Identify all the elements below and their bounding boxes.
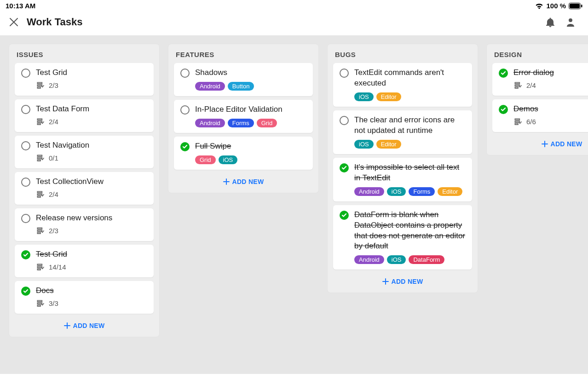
task-card[interactable]: DataForm is blank when DataObject contai…: [333, 205, 472, 270]
column-title: BUGS: [333, 44, 472, 63]
checkmark-icon[interactable]: [21, 287, 30, 296]
user-icon[interactable]: [566, 17, 575, 27]
tag[interactable]: DataForm: [409, 255, 444, 264]
card-body: Test Data Form2/4: [36, 104, 147, 126]
checkmark-icon[interactable]: [21, 250, 30, 259]
subtask-meta: 2/4: [36, 190, 147, 199]
column-title: ISSUES: [15, 44, 154, 63]
status-right: 100 %: [535, 2, 582, 10]
circle-icon[interactable]: [21, 214, 30, 223]
tag[interactable]: Grid: [195, 155, 216, 164]
task-card[interactable]: Test Grid2/3: [15, 63, 154, 96]
card-body: In-Place Editor ValidationAndroidFormsGr…: [195, 104, 306, 127]
circle-icon[interactable]: [21, 141, 30, 150]
subtask-icon: [513, 117, 523, 126]
task-card[interactable]: Test CollectionView2/4: [15, 172, 154, 205]
circle-icon[interactable]: [21, 178, 30, 187]
task-card[interactable]: Docs3/3: [15, 281, 154, 314]
card-title: Test Grid: [36, 249, 147, 260]
add-new-button[interactable]: ADD NEW: [174, 173, 313, 187]
tag-list: AndroidiOSDataForm: [354, 255, 466, 264]
add-new-label: ADD NEW: [232, 178, 264, 185]
tag[interactable]: iOS: [387, 187, 406, 196]
tag[interactable]: iOS: [387, 255, 406, 264]
plus-icon: [542, 141, 548, 147]
add-new-label: ADD NEW: [73, 322, 105, 329]
task-card[interactable]: TextEdit commands aren't executediOSEdit…: [333, 63, 472, 107]
tag[interactable]: iOS: [354, 140, 374, 149]
card-title: Docs: [36, 286, 147, 296]
card-body: TextEdit commands aren't executediOSEdit…: [354, 68, 466, 101]
tag[interactable]: Android: [354, 187, 384, 196]
tag[interactable]: iOS: [219, 155, 238, 164]
column: FEATURESShadowsAndroidButtonIn-Place Edi…: [168, 44, 318, 193]
task-card[interactable]: It's impossible to select all text in Te…: [333, 158, 472, 201]
subtask-count: 2/4: [526, 81, 536, 89]
circle-icon[interactable]: [180, 69, 190, 78]
task-card[interactable]: In-Place Editor ValidationAndroidFormsGr…: [174, 100, 313, 133]
task-card[interactable]: Test Navigation0/1: [15, 136, 154, 168]
subtask-count: 14/14: [49, 263, 66, 271]
card-title: DataForm is blank when DataObject contai…: [354, 210, 466, 252]
page-title: Work Tasks: [27, 16, 82, 28]
subtask-count: 6/6: [526, 118, 536, 126]
tag[interactable]: iOS: [354, 92, 374, 101]
subtask-icon: [513, 81, 523, 90]
task-card[interactable]: Test Data Form2/4: [15, 99, 154, 132]
add-new-button[interactable]: ADD NEW: [492, 136, 588, 149]
card-title: Test Data Form: [36, 104, 147, 115]
subtask-icon: [36, 226, 45, 235]
tag[interactable]: Editor: [376, 140, 401, 149]
tag[interactable]: Editor: [376, 92, 401, 101]
task-card[interactable]: Full SwipeGridiOS: [174, 137, 313, 170]
tag[interactable]: Forms: [409, 187, 435, 196]
card-body: Docs3/3: [36, 286, 147, 308]
tag[interactable]: Android: [195, 82, 225, 91]
add-new-button[interactable]: ADD NEW: [333, 273, 472, 287]
battery-icon: [569, 3, 582, 9]
tag[interactable]: Grid: [257, 119, 277, 127]
checkmark-icon[interactable]: [180, 142, 190, 151]
checkmark-icon[interactable]: [340, 163, 349, 172]
checkmark-icon[interactable]: [499, 105, 508, 114]
column: BUGSTextEdit commands aren't executediOS…: [328, 44, 478, 293]
circle-icon[interactable]: [340, 69, 349, 78]
svg-point-3: [569, 18, 572, 22]
tag[interactable]: Forms: [228, 119, 254, 127]
tag[interactable]: Android: [354, 255, 384, 264]
task-card[interactable]: Demos6/6: [492, 99, 588, 132]
close-icon[interactable]: [9, 17, 18, 27]
subtask-icon: [36, 154, 45, 163]
subtask-count: 2/4: [49, 190, 58, 198]
subtask-icon: [36, 263, 45, 272]
add-new-button[interactable]: ADD NEW: [15, 317, 154, 331]
circle-icon[interactable]: [21, 69, 30, 78]
circle-icon[interactable]: [21, 105, 30, 114]
svg-rect-2: [581, 5, 582, 7]
subtask-meta: 6/6: [513, 117, 588, 126]
tag[interactable]: Android: [195, 119, 225, 127]
card-title: In-Place Editor Validation: [195, 104, 306, 115]
checkmark-icon[interactable]: [340, 211, 349, 220]
card-body: Error dialog2/4: [513, 68, 588, 90]
status-bar: 10:13 AM 100 %: [0, 0, 588, 10]
checkmark-icon[interactable]: [499, 69, 508, 78]
circle-icon[interactable]: [340, 116, 349, 125]
task-card[interactable]: Test Grid14/14: [15, 245, 154, 277]
tag[interactable]: Button: [228, 82, 254, 91]
card-title: Error dialog: [513, 68, 588, 78]
card-body: Test Grid14/14: [36, 249, 147, 272]
bell-icon[interactable]: [546, 17, 555, 27]
app-header: Work Tasks: [0, 10, 588, 36]
subtask-icon: [36, 190, 45, 199]
task-card[interactable]: Error dialog2/4: [492, 63, 588, 96]
task-card[interactable]: ShadowsAndroidButton: [174, 63, 313, 96]
tag[interactable]: Editor: [438, 187, 462, 196]
circle-icon[interactable]: [180, 105, 190, 115]
task-card[interactable]: Release new versions2/3: [15, 208, 154, 241]
tag-list: AndroidButton: [195, 82, 306, 91]
task-card[interactable]: The clear and error icons are not update…: [333, 110, 472, 154]
card-body: Release new versions2/3: [36, 213, 147, 235]
tag-list: AndroidiOSFormsEditor: [354, 187, 466, 196]
subtask-meta: 2/3: [36, 226, 147, 235]
